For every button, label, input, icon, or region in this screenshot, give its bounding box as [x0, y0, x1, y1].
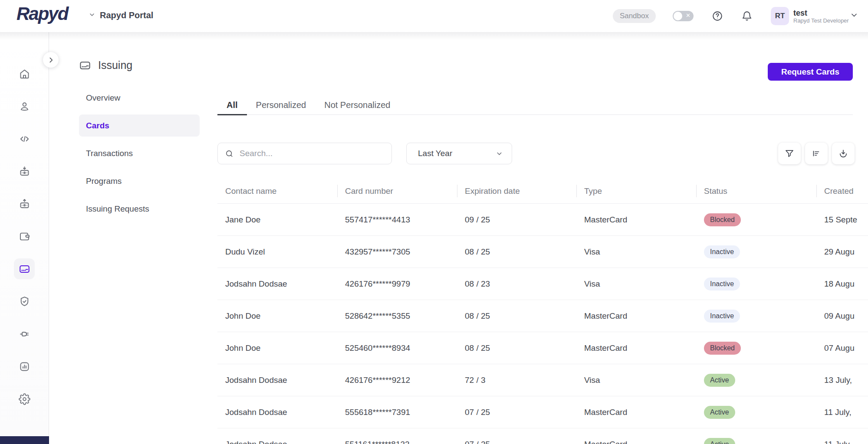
avatar[interactable]: RT	[771, 7, 789, 25]
cell-type: Visa	[576, 247, 696, 257]
sandbox-toggle[interactable]: ✕	[673, 11, 694, 21]
page-title: Issuing	[98, 59, 132, 72]
table-row[interactable]: John Doe525460******893408 / 25MasterCar…	[217, 332, 868, 364]
subnav-title: Issuing	[79, 59, 132, 72]
table-row[interactable]: John Doe528642******535508 / 25MasterCar…	[217, 300, 868, 332]
top-header: Rapyd Rapyd Portal Sandbox ✕ RT test Rap…	[0, 0, 868, 32]
verify-icon[interactable]	[14, 291, 35, 312]
cell-type: MasterCard	[576, 215, 696, 225]
cell-card-number: 551161******8132	[337, 440, 457, 444]
wallet-icon[interactable]	[14, 226, 35, 247]
nav-item-overview[interactable]: Overview	[79, 87, 200, 109]
toggle-knob	[674, 12, 682, 20]
date-filter-dropdown[interactable]: Last Year	[406, 143, 512, 164]
nav-item-issuing-requests[interactable]: Issuing Requests	[79, 198, 200, 220]
tabs: AllPersonalizedNot Personalized	[217, 96, 853, 115]
cell-expiration-date: 09 / 25	[457, 215, 576, 225]
cell-created: 09 Augu	[816, 311, 868, 321]
cell-contact-name: Jane Doe	[217, 215, 337, 225]
portal-label: Rapyd Portal	[100, 10, 153, 20]
status-badge: Inactive	[704, 245, 740, 258]
filter-funnel-icon	[784, 148, 795, 159]
table-row[interactable]: Jodsahn Dodsae426176******921272 / 3Visa…	[217, 364, 868, 396]
nav-item-programs[interactable]: Programs	[79, 170, 200, 192]
status-badge: Active	[704, 438, 735, 444]
cell-expiration-date: 08 / 25	[457, 343, 576, 353]
cell-created: 29 Augu	[816, 247, 868, 257]
developers-icon[interactable]	[14, 128, 35, 149]
cell-status: Active	[696, 406, 816, 419]
cell-contact-name: John Doe	[217, 311, 337, 321]
column-header-type: Type	[576, 179, 696, 203]
request-cards-button[interactable]: Request Cards	[768, 63, 853, 81]
cell-created: 11 July,	[816, 408, 868, 417]
cell-contact-name: Jodsahn Dodsae	[217, 279, 337, 289]
toggle-x-icon: ✕	[686, 12, 690, 19]
status-badge: Active	[704, 406, 735, 419]
cell-card-number: 555618******7391	[337, 408, 457, 417]
cell-type: Visa	[576, 279, 696, 289]
cell-contact-name: Jodsahn Dodsae	[217, 408, 337, 417]
reports-icon[interactable]	[14, 356, 35, 377]
cell-contact-name: Jodsahn Dodsae	[217, 440, 337, 444]
status-badge: Blocked	[704, 342, 741, 355]
cell-created: 13 July,	[816, 375, 868, 385]
nav-item-cards[interactable]: Cards	[79, 114, 200, 137]
tab-personalized[interactable]: Personalized	[247, 96, 316, 115]
table-row[interactable]: Dudu Vizel432957******730508 / 25VisaIna…	[217, 236, 868, 268]
cell-contact-name: Dudu Vizel	[217, 247, 337, 257]
user-menu[interactable]: test Rapyd Test Developer	[793, 9, 850, 24]
cell-status: Inactive	[696, 278, 816, 291]
issuing-nav-list: OverviewCardsTransactionsProgramsIssuing…	[79, 87, 200, 225]
cell-status: Inactive	[696, 245, 816, 258]
table-row[interactable]: Jodsahn Dodsae426176******997908 / 23Vis…	[217, 268, 868, 300]
settings-gear-icon[interactable]	[14, 388, 35, 409]
collect-icon[interactable]	[14, 161, 35, 182]
portal-switcher[interactable]: Rapyd Portal	[89, 10, 153, 20]
sort-icon	[811, 148, 822, 159]
integrations-icon[interactable]	[14, 323, 35, 344]
search-input[interactable]	[240, 149, 385, 158]
cell-card-number: 528642******5355	[337, 311, 457, 321]
help-icon[interactable]	[712, 10, 723, 22]
issuing-icon[interactable]	[14, 258, 35, 279]
chevron-right-icon	[47, 56, 55, 64]
cell-created: 15 Septe	[816, 215, 868, 225]
download-icon	[838, 148, 848, 159]
table-row[interactable]: Jodsahn Dodsae555618******739107 / 25Mas…	[217, 396, 868, 428]
cell-expiration-date: 08 / 23	[457, 279, 576, 289]
home-icon[interactable]	[14, 63, 35, 84]
cell-type: MasterCard	[576, 440, 696, 444]
column-header-card-number: Card number	[337, 179, 457, 203]
column-header-expiration-date: Expiration date	[457, 179, 576, 203]
cell-card-number: 426176******9212	[337, 375, 457, 385]
filter-button[interactable]	[778, 143, 801, 164]
sidebar-expand-button[interactable]	[43, 52, 59, 68]
search-box	[217, 143, 392, 164]
chevron-down-icon	[89, 11, 95, 20]
chevron-down-icon	[496, 150, 503, 157]
sort-button[interactable]	[805, 143, 828, 164]
table-row[interactable]: Jane Doe557417******441309 / 25MasterCar…	[217, 204, 868, 236]
cell-status: Blocked	[696, 213, 816, 226]
table-row[interactable]: Jodsahn Dodsae551161******813207 / 25Mas…	[217, 428, 868, 444]
bottom-left-scrollbar[interactable]	[0, 436, 49, 444]
user-name: test	[793, 9, 850, 17]
tab-all[interactable]: All	[217, 96, 247, 115]
clients-icon[interactable]	[14, 96, 35, 117]
cell-expiration-date: 07 / 25	[457, 408, 576, 417]
user-chevron-down-icon[interactable]	[850, 11, 858, 21]
disburse-icon[interactable]	[14, 193, 35, 214]
cell-type: Visa	[576, 375, 696, 385]
cell-status: Inactive	[696, 310, 816, 323]
cell-expiration-date: 72 / 3	[457, 375, 576, 385]
notifications-bell-icon[interactable]	[741, 10, 753, 22]
search-icon	[225, 149, 234, 158]
column-header-status: Status	[696, 179, 816, 203]
cell-card-number: 525460******8934	[337, 343, 457, 353]
tab-not-personalized[interactable]: Not Personalized	[315, 96, 399, 115]
nav-item-transactions[interactable]: Transactions	[79, 142, 200, 164]
download-button[interactable]	[832, 143, 855, 164]
cell-created: 07 Augu	[816, 343, 868, 353]
cell-type: MasterCard	[576, 311, 696, 321]
